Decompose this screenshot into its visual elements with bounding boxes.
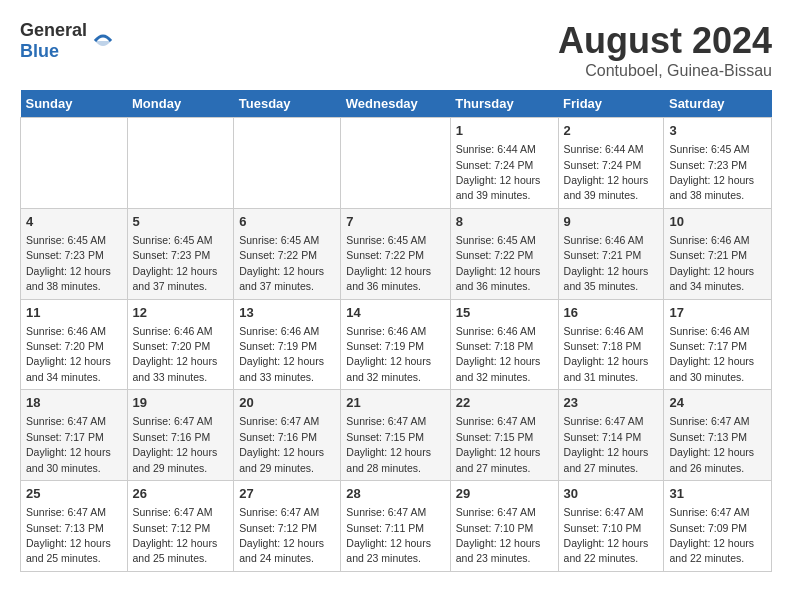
calendar-cell: 8Sunrise: 6:45 AMSunset: 7:22 PMDaylight…	[450, 208, 558, 299]
header-day-monday: Monday	[127, 90, 234, 118]
day-detail: Sunrise: 6:46 AMSunset: 7:21 PMDaylight:…	[564, 234, 649, 292]
calendar-cell: 27Sunrise: 6:47 AMSunset: 7:12 PMDayligh…	[234, 481, 341, 572]
calendar-cell: 14Sunrise: 6:46 AMSunset: 7:19 PMDayligh…	[341, 299, 450, 390]
calendar-cell: 26Sunrise: 6:47 AMSunset: 7:12 PMDayligh…	[127, 481, 234, 572]
day-detail: Sunrise: 6:46 AMSunset: 7:18 PMDaylight:…	[564, 325, 649, 383]
calendar-cell: 17Sunrise: 6:46 AMSunset: 7:17 PMDayligh…	[664, 299, 772, 390]
day-number: 7	[346, 213, 444, 231]
day-number: 15	[456, 304, 553, 322]
calendar-cell	[341, 118, 450, 209]
calendar-cell: 4Sunrise: 6:45 AMSunset: 7:23 PMDaylight…	[21, 208, 128, 299]
calendar-cell: 22Sunrise: 6:47 AMSunset: 7:15 PMDayligh…	[450, 390, 558, 481]
calendar-cell: 10Sunrise: 6:46 AMSunset: 7:21 PMDayligh…	[664, 208, 772, 299]
calendar-cell: 9Sunrise: 6:46 AMSunset: 7:21 PMDaylight…	[558, 208, 664, 299]
day-number: 24	[669, 394, 766, 412]
calendar-cell: 13Sunrise: 6:46 AMSunset: 7:19 PMDayligh…	[234, 299, 341, 390]
page-header: General Blue August 2024 Contuboel, Guin…	[20, 20, 772, 80]
day-number: 25	[26, 485, 122, 503]
day-number: 9	[564, 213, 659, 231]
calendar-week-3: 18Sunrise: 6:47 AMSunset: 7:17 PMDayligh…	[21, 390, 772, 481]
logo-icon	[91, 29, 115, 53]
day-detail: Sunrise: 6:47 AMSunset: 7:16 PMDaylight:…	[239, 415, 324, 473]
header-day-thursday: Thursday	[450, 90, 558, 118]
day-detail: Sunrise: 6:47 AMSunset: 7:15 PMDaylight:…	[346, 415, 431, 473]
day-number: 17	[669, 304, 766, 322]
calendar-cell: 19Sunrise: 6:47 AMSunset: 7:16 PMDayligh…	[127, 390, 234, 481]
calendar-header: SundayMondayTuesdayWednesdayThursdayFrid…	[21, 90, 772, 118]
day-number: 13	[239, 304, 335, 322]
calendar-cell: 2Sunrise: 6:44 AMSunset: 7:24 PMDaylight…	[558, 118, 664, 209]
calendar-cell: 25Sunrise: 6:47 AMSunset: 7:13 PMDayligh…	[21, 481, 128, 572]
title-block: August 2024 Contuboel, Guinea-Bissau	[558, 20, 772, 80]
day-number: 10	[669, 213, 766, 231]
header-day-sunday: Sunday	[21, 90, 128, 118]
day-detail: Sunrise: 6:46 AMSunset: 7:20 PMDaylight:…	[133, 325, 218, 383]
day-detail: Sunrise: 6:47 AMSunset: 7:09 PMDaylight:…	[669, 506, 754, 564]
calendar-cell: 28Sunrise: 6:47 AMSunset: 7:11 PMDayligh…	[341, 481, 450, 572]
day-number: 14	[346, 304, 444, 322]
calendar-cell	[127, 118, 234, 209]
day-number: 21	[346, 394, 444, 412]
day-detail: Sunrise: 6:46 AMSunset: 7:18 PMDaylight:…	[456, 325, 541, 383]
day-number: 1	[456, 122, 553, 140]
day-number: 6	[239, 213, 335, 231]
day-number: 2	[564, 122, 659, 140]
day-number: 12	[133, 304, 229, 322]
calendar-cell: 31Sunrise: 6:47 AMSunset: 7:09 PMDayligh…	[664, 481, 772, 572]
day-detail: Sunrise: 6:45 AMSunset: 7:23 PMDaylight:…	[133, 234, 218, 292]
day-number: 28	[346, 485, 444, 503]
day-detail: Sunrise: 6:47 AMSunset: 7:12 PMDaylight:…	[133, 506, 218, 564]
calendar-cell: 24Sunrise: 6:47 AMSunset: 7:13 PMDayligh…	[664, 390, 772, 481]
day-detail: Sunrise: 6:45 AMSunset: 7:22 PMDaylight:…	[239, 234, 324, 292]
calendar-cell: 3Sunrise: 6:45 AMSunset: 7:23 PMDaylight…	[664, 118, 772, 209]
day-number: 23	[564, 394, 659, 412]
header-day-wednesday: Wednesday	[341, 90, 450, 118]
day-detail: Sunrise: 6:46 AMSunset: 7:21 PMDaylight:…	[669, 234, 754, 292]
day-number: 19	[133, 394, 229, 412]
day-detail: Sunrise: 6:44 AMSunset: 7:24 PMDaylight:…	[456, 143, 541, 201]
calendar-cell: 1Sunrise: 6:44 AMSunset: 7:24 PMDaylight…	[450, 118, 558, 209]
day-detail: Sunrise: 6:46 AMSunset: 7:19 PMDaylight:…	[239, 325, 324, 383]
day-detail: Sunrise: 6:47 AMSunset: 7:11 PMDaylight:…	[346, 506, 431, 564]
logo-general-text: General	[20, 20, 87, 41]
day-number: 18	[26, 394, 122, 412]
calendar-cell: 6Sunrise: 6:45 AMSunset: 7:22 PMDaylight…	[234, 208, 341, 299]
day-detail: Sunrise: 6:47 AMSunset: 7:14 PMDaylight:…	[564, 415, 649, 473]
header-day-saturday: Saturday	[664, 90, 772, 118]
calendar-body: 1Sunrise: 6:44 AMSunset: 7:24 PMDaylight…	[21, 118, 772, 572]
calendar-cell	[234, 118, 341, 209]
calendar-cell: 29Sunrise: 6:47 AMSunset: 7:10 PMDayligh…	[450, 481, 558, 572]
day-number: 22	[456, 394, 553, 412]
day-detail: Sunrise: 6:47 AMSunset: 7:10 PMDaylight:…	[456, 506, 541, 564]
day-detail: Sunrise: 6:47 AMSunset: 7:13 PMDaylight:…	[669, 415, 754, 473]
header-row: SundayMondayTuesdayWednesdayThursdayFrid…	[21, 90, 772, 118]
day-number: 31	[669, 485, 766, 503]
page-title: August 2024	[558, 20, 772, 62]
day-number: 4	[26, 213, 122, 231]
calendar-cell	[21, 118, 128, 209]
day-detail: Sunrise: 6:47 AMSunset: 7:10 PMDaylight:…	[564, 506, 649, 564]
calendar-cell: 23Sunrise: 6:47 AMSunset: 7:14 PMDayligh…	[558, 390, 664, 481]
day-detail: Sunrise: 6:47 AMSunset: 7:12 PMDaylight:…	[239, 506, 324, 564]
calendar-week-0: 1Sunrise: 6:44 AMSunset: 7:24 PMDaylight…	[21, 118, 772, 209]
calendar-cell: 20Sunrise: 6:47 AMSunset: 7:16 PMDayligh…	[234, 390, 341, 481]
day-detail: Sunrise: 6:45 AMSunset: 7:23 PMDaylight:…	[669, 143, 754, 201]
calendar-table: SundayMondayTuesdayWednesdayThursdayFrid…	[20, 90, 772, 572]
day-detail: Sunrise: 6:47 AMSunset: 7:15 PMDaylight:…	[456, 415, 541, 473]
day-number: 29	[456, 485, 553, 503]
day-detail: Sunrise: 6:46 AMSunset: 7:17 PMDaylight:…	[669, 325, 754, 383]
header-day-friday: Friday	[558, 90, 664, 118]
day-detail: Sunrise: 6:45 AMSunset: 7:22 PMDaylight:…	[456, 234, 541, 292]
day-number: 5	[133, 213, 229, 231]
day-number: 8	[456, 213, 553, 231]
calendar-cell: 30Sunrise: 6:47 AMSunset: 7:10 PMDayligh…	[558, 481, 664, 572]
day-detail: Sunrise: 6:45 AMSunset: 7:22 PMDaylight:…	[346, 234, 431, 292]
day-number: 11	[26, 304, 122, 322]
day-detail: Sunrise: 6:46 AMSunset: 7:19 PMDaylight:…	[346, 325, 431, 383]
calendar-week-1: 4Sunrise: 6:45 AMSunset: 7:23 PMDaylight…	[21, 208, 772, 299]
calendar-week-2: 11Sunrise: 6:46 AMSunset: 7:20 PMDayligh…	[21, 299, 772, 390]
header-day-tuesday: Tuesday	[234, 90, 341, 118]
calendar-cell: 21Sunrise: 6:47 AMSunset: 7:15 PMDayligh…	[341, 390, 450, 481]
day-detail: Sunrise: 6:46 AMSunset: 7:20 PMDaylight:…	[26, 325, 111, 383]
calendar-cell: 15Sunrise: 6:46 AMSunset: 7:18 PMDayligh…	[450, 299, 558, 390]
